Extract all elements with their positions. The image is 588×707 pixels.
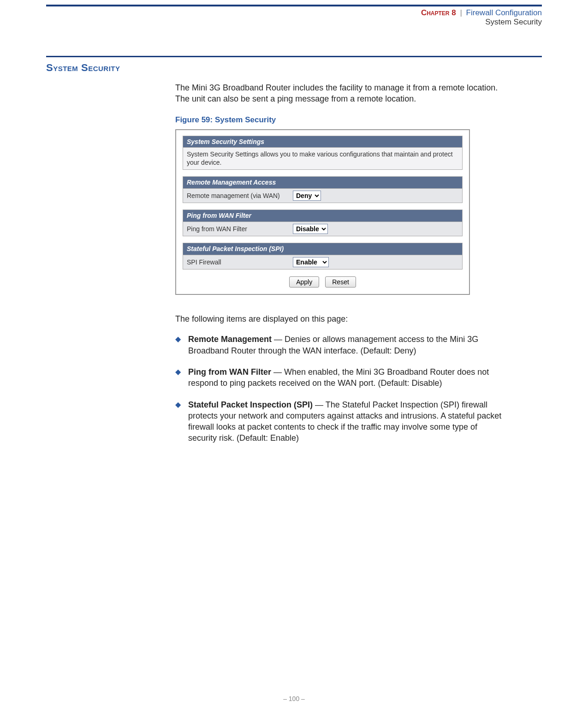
panel-header: Stateful Packet Inspection (SPI): [183, 243, 463, 255]
figure-caption: Figure 59: System Security: [175, 115, 503, 126]
section-title: System Security: [46, 57, 542, 74]
content-column: The Mini 3G Broadband Router includes th…: [175, 82, 503, 444]
term: Ping from WAN Filter: [188, 367, 271, 377]
spi-select[interactable]: Enable: [293, 257, 329, 267]
page-footer: – 100 –: [0, 695, 588, 702]
breadcrumb-section: System Security: [46, 18, 542, 27]
panel-system-security: System Security Settings System Security…: [183, 136, 463, 170]
list-item: Ping from WAN Filter — When enabled, the…: [175, 366, 503, 389]
panel-remote-management: Remote Management Access Remote manageme…: [183, 176, 463, 203]
ping-filter-select[interactable]: Disable: [293, 224, 328, 234]
follow-text: The following items are displayed on thi…: [175, 313, 503, 324]
chapter-label: Chapter 8: [421, 8, 456, 17]
separator: |: [458, 8, 463, 17]
row-label: Remote management (via WAN): [187, 192, 293, 200]
panel-row: Ping from WAN Filter Disable: [183, 222, 463, 236]
bullet-list: Remote Management — Denies or allows man…: [175, 334, 503, 443]
intro-text: The Mini 3G Broadband Router includes th…: [175, 82, 503, 105]
panel-spi: Stateful Packet Inspection (SPI) SPI Fir…: [183, 243, 463, 270]
figure-screenshot: System Security Settings System Security…: [175, 129, 470, 295]
panel-header: Ping from WAN Filter: [183, 210, 463, 222]
panel-row: Remote management (via WAN) Deny: [183, 189, 463, 203]
panel-description: System Security Settings allows you to m…: [183, 148, 463, 170]
term: Stateful Packet Inspection (SPI): [188, 400, 313, 409]
reset-button[interactable]: Reset: [325, 276, 356, 288]
button-row: Apply Reset: [176, 276, 469, 288]
list-item: Stateful Packet Inspection (SPI) — The S…: [175, 399, 503, 444]
page-header: Chapter 8 | Firewall Configuration Syste…: [46, 6, 542, 30]
apply-button[interactable]: Apply: [289, 276, 319, 288]
panel-ping-filter: Ping from WAN Filter Ping from WAN Filte…: [183, 210, 463, 236]
panel-header: System Security Settings: [183, 136, 463, 148]
page: Chapter 8 | Firewall Configuration Syste…: [0, 5, 588, 707]
list-item: Remote Management — Denies or allows man…: [175, 334, 503, 356]
breadcrumb-chapter: Firewall Configuration: [466, 8, 542, 17]
row-label: SPI Firewall: [187, 258, 293, 267]
panel-row: SPI Firewall Enable: [183, 255, 463, 270]
remote-management-select[interactable]: Deny: [293, 191, 321, 201]
panel-header: Remote Management Access: [183, 176, 463, 189]
term: Remote Management: [188, 335, 272, 344]
row-label: Ping from WAN Filter: [187, 225, 293, 234]
